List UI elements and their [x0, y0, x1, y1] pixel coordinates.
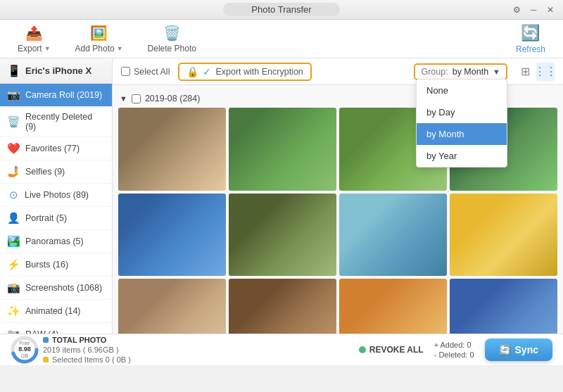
sidebar-item-raw[interactable]: 📷 RAW (4) [0, 323, 112, 334]
sync-button[interactable]: 🔄 Sync [485, 339, 552, 361]
export-button[interactable]: 📤 Export ▼ [11, 21, 58, 57]
close-icon[interactable]: ✕ [545, 4, 556, 15]
photo-cell[interactable] [339, 194, 447, 277]
recently-deleted-icon: 🗑️ [7, 115, 20, 128]
window-title: Photo Transfer [223, 3, 339, 16]
favorites-label: Favorites (77) [25, 144, 105, 153]
panoramas-label: Panoramas (5) [25, 236, 105, 246]
selected-label: Selected Items 0 ( 0B ) [52, 355, 131, 364]
sync-icon: 🔄 [499, 344, 511, 355]
portrait-label: Portrait (5) [25, 213, 105, 223]
export-label: Export [18, 44, 42, 53]
sidebar-item-favorites[interactable]: ❤️ Favorites (77) [0, 137, 112, 160]
window-controls: ⚙ ─ ✕ [511, 4, 556, 15]
photo-cell[interactable] [229, 194, 336, 277]
title-bar: Photo Transfer ⚙ ─ ✕ [0, 0, 563, 20]
photo-cell[interactable] [229, 279, 336, 334]
storage-area: Free 8.98 GB TOTAL PHOTO 2019 items ( 6.… [11, 336, 131, 364]
screenshots-icon: 📸 [7, 282, 20, 294]
selfies-icon: 🤳 [7, 165, 20, 178]
group-option-by-day[interactable]: by Day [417, 101, 507, 123]
storage-unit: GB [18, 353, 31, 359]
raw-label: RAW (4) [25, 329, 105, 334]
sidebar: 📱 Eric's iPhone X 📷 Camera Roll (2019) 🗑… [0, 58, 113, 334]
photo-cell[interactable] [450, 279, 557, 334]
add-photo-label: Add Photo [75, 44, 115, 53]
photo-cell[interactable] [118, 108, 226, 191]
add-photo-arrow-icon: ▼ [117, 45, 123, 52]
group-selector[interactable]: Group: by Month ▼ None by Day by Month b… [414, 63, 507, 80]
photo-cell[interactable] [118, 279, 226, 334]
check-icon: ✓ [203, 66, 211, 77]
main-toolbar: 📤 Export ▼ 🖼️ Add Photo ▼ 🗑️ Delete Phot… [0, 20, 563, 58]
added-deleted: + Added: 0 - Deleted: 0 [434, 341, 474, 359]
group-checkbox[interactable] [132, 94, 141, 103]
add-photo-icon: 🖼️ [90, 25, 108, 42]
group-name: 2019-08 (284) [145, 94, 201, 103]
sidebar-item-recently-deleted[interactable]: 🗑️ Recently Deleted (9) [0, 107, 112, 137]
export-arrow-icon: ▼ [44, 45, 51, 52]
group-chevron-icon[interactable]: ▼ [120, 94, 127, 103]
content-toolbar: Select All 🔒 ✓ Export with Encryption Gr… [113, 58, 563, 85]
live-photos-label: Live Photos (89) [25, 190, 105, 200]
favorites-icon: ❤️ [7, 142, 20, 155]
sidebar-item-portrait[interactable]: 👤 Portrait (5) [0, 207, 112, 230]
refresh-button[interactable]: 🔄 Refresh [509, 20, 552, 58]
device-name: Eric's iPhone X [25, 65, 91, 76]
live-photos-icon: ⊙ [7, 189, 20, 201]
sidebar-item-animated[interactable]: ✨ Animated (14) [0, 300, 112, 323]
portrait-icon: 👤 [7, 212, 20, 225]
screenshots-label: Screenshots (1068) [25, 283, 105, 293]
photo-cell[interactable] [339, 279, 447, 334]
main-layout: 📱 Eric's iPhone X 📷 Camera Roll (2019) 🗑… [0, 58, 563, 334]
grid-view-button[interactable]: ⊞ [516, 63, 534, 81]
revoke-dot [359, 346, 366, 353]
total-count-row: 2019 items ( 6.96GB ) [43, 346, 131, 354]
delete-photo-icon: 🗑️ [163, 25, 181, 42]
group-option-none[interactable]: None [417, 80, 507, 101]
sidebar-item-live-photos[interactable]: ⊙ Live Photos (89) [0, 184, 112, 207]
sidebar-item-screenshots[interactable]: 📸 Screenshots (1068) [0, 277, 112, 300]
encryption-button[interactable]: 🔒 ✓ Export with Encryption [178, 63, 311, 81]
lock-icon: 🔒 [186, 66, 198, 77]
select-all-area: Select All [121, 67, 170, 77]
photo-cell[interactable] [118, 194, 226, 277]
refresh-icon: 🔄 [521, 24, 540, 42]
panoramas-icon: 🏞️ [7, 235, 20, 248]
group-option-by-year[interactable]: by Year [417, 145, 507, 167]
revoke-area: REVOKE ALL [359, 345, 424, 355]
recently-deleted-label: Recently Deleted (9) [25, 112, 105, 132]
sidebar-item-panoramas[interactable]: 🏞️ Panoramas (5) [0, 230, 112, 253]
selected-row: Selected Items 0 ( 0B ) [43, 355, 131, 364]
total-photo-row: TOTAL PHOTO [43, 336, 131, 344]
refresh-label: Refresh [516, 44, 545, 54]
bursts-icon: ⚡ [7, 258, 20, 271]
group-option-by-month[interactable]: by Month [417, 123, 507, 145]
settings-icon[interactable]: ⚙ [511, 4, 522, 15]
device-header: 📱 Eric's iPhone X [0, 58, 112, 84]
photo-cell[interactable] [229, 108, 336, 191]
encryption-label: Export with Encryption [215, 67, 303, 77]
selfies-label: Selfies (9) [25, 167, 105, 177]
sidebar-item-camera-roll[interactable]: 📷 Camera Roll (2019) [0, 84, 112, 107]
device-icon: 📱 [7, 64, 21, 77]
group-label: Group: [421, 67, 448, 77]
add-photo-button[interactable]: 🖼️ Add Photo ▼ [68, 21, 130, 57]
storage-ring: Free 8.98 GB [11, 336, 39, 364]
delete-photo-button[interactable]: 🗑️ Delete Photo [141, 21, 203, 57]
minimize-icon[interactable]: ─ [528, 4, 539, 15]
sidebar-item-bursts[interactable]: ⚡ Bursts (16) [0, 253, 112, 277]
content-area: Select All 🔒 ✓ Export with Encryption Gr… [113, 58, 563, 334]
group-dropdown-menu: None by Day by Month by Year [416, 79, 507, 167]
small-grid-view-button[interactable]: ⋮⋮ [536, 63, 555, 81]
sidebar-item-selfies[interactable]: 🤳 Selfies (9) [0, 160, 112, 184]
export-icon: 📤 [25, 25, 43, 42]
select-all-checkbox[interactable] [121, 67, 130, 76]
group-value: by Month [453, 67, 488, 77]
revoke-all-button[interactable]: REVOKE ALL [369, 345, 424, 355]
camera-roll-label: Camera Roll (2019) [25, 90, 105, 100]
bottom-bar: Free 8.98 GB TOTAL PHOTO 2019 items ( 6.… [0, 334, 563, 365]
storage-value: 8.98 [18, 346, 31, 353]
photo-cell[interactable] [450, 194, 557, 277]
view-toggle: ⊞ ⋮⋮ [516, 63, 555, 81]
